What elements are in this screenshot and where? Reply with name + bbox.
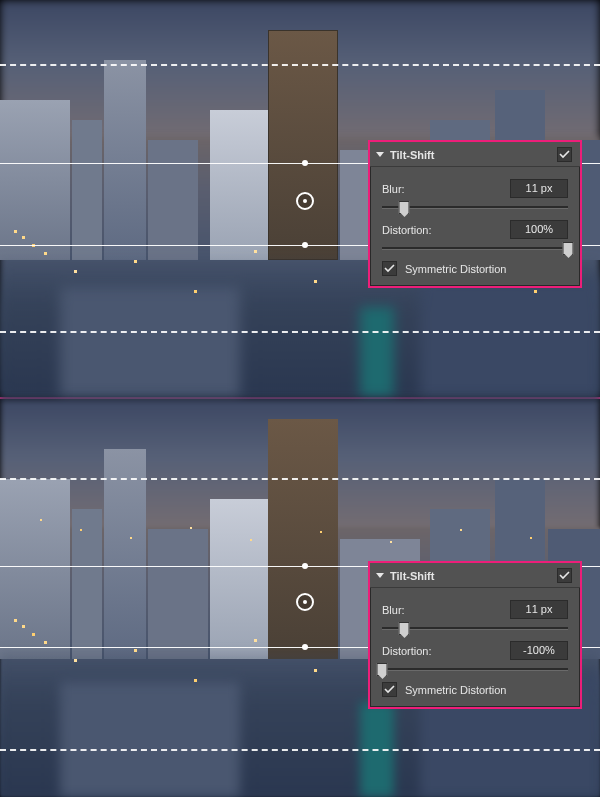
guide-dash-lower[interactable]	[0, 331, 600, 333]
distortion-slider[interactable]	[382, 241, 568, 255]
panel-header[interactable]: Tilt-Shift	[370, 142, 580, 167]
viewport-top: Tilt-Shift Blur: 11 px Distortion: 100%	[0, 0, 600, 397]
guide-dash-lower[interactable]	[0, 749, 600, 751]
disclosure-triangle-icon[interactable]	[376, 573, 384, 578]
guide-dash-upper[interactable]	[0, 64, 600, 66]
effect-enable-checkbox[interactable]	[557, 568, 572, 583]
blur-pin[interactable]	[296, 593, 314, 611]
distortion-slider[interactable]	[382, 662, 568, 676]
tilt-shift-panel: Tilt-Shift Blur: 11 px Distortion: 100%	[368, 140, 582, 288]
guide-handle-lower[interactable]	[302, 644, 308, 650]
symmetric-distortion-label: Symmetric Distortion	[405, 263, 506, 275]
symmetric-distortion-label: Symmetric Distortion	[405, 684, 506, 696]
disclosure-triangle-icon[interactable]	[376, 152, 384, 157]
panel-title: Tilt-Shift	[390, 570, 557, 582]
distortion-value-input[interactable]: 100%	[510, 220, 568, 239]
symmetric-distortion-checkbox[interactable]	[382, 682, 397, 697]
guide-handle-upper[interactable]	[302, 563, 308, 569]
guide-dash-upper[interactable]	[0, 478, 600, 480]
blur-value-input[interactable]: 11 px	[510, 179, 568, 198]
panel-title: Tilt-Shift	[390, 149, 557, 161]
symmetric-distortion-checkbox[interactable]	[382, 261, 397, 276]
guide-handle-upper[interactable]	[302, 160, 308, 166]
distortion-value-input[interactable]: -100%	[510, 641, 568, 660]
blur-pin[interactable]	[296, 192, 314, 210]
panel-header[interactable]: Tilt-Shift	[370, 563, 580, 588]
tilt-shift-panel: Tilt-Shift Blur: 11 px Distortion: -100%	[368, 561, 582, 709]
blur-value-input[interactable]: 11 px	[510, 600, 568, 619]
blur-label: Blur:	[382, 604, 510, 616]
blur-label: Blur:	[382, 183, 510, 195]
distortion-label: Distortion:	[382, 224, 510, 236]
distortion-label: Distortion:	[382, 645, 510, 657]
viewport-bottom: Tilt-Shift Blur: 11 px Distortion: -100%	[0, 399, 600, 797]
guide-handle-lower[interactable]	[302, 242, 308, 248]
effect-enable-checkbox[interactable]	[557, 147, 572, 162]
blur-slider[interactable]	[382, 200, 568, 214]
blur-slider[interactable]	[382, 621, 568, 635]
